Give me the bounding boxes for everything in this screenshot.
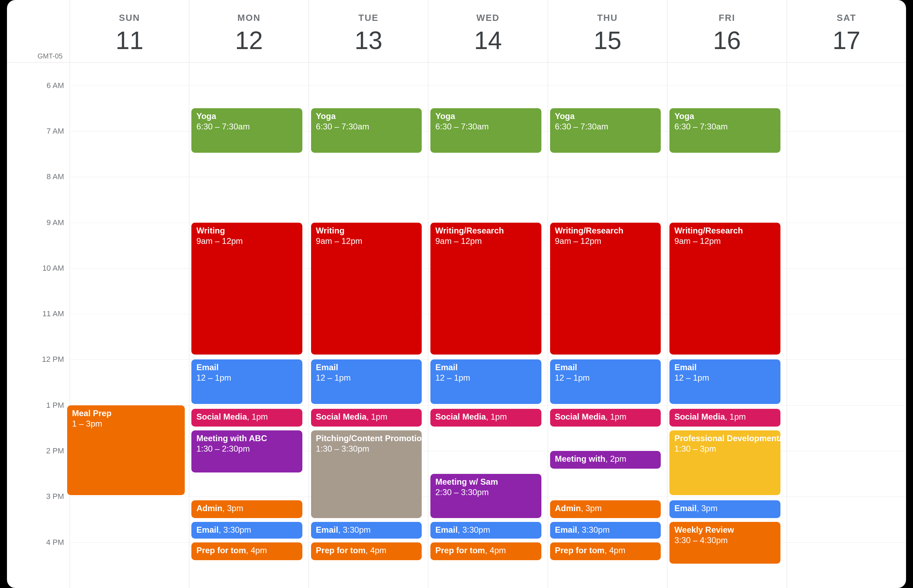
hour-label: 1 PM <box>46 401 64 410</box>
calendar-event[interactable]: Meal Prep1 – 3pm <box>67 405 185 496</box>
day-number[interactable]: 16 <box>667 26 786 55</box>
day-column[interactable] <box>787 63 906 588</box>
calendar-event[interactable]: Yoga6:30 – 7:30am <box>191 108 302 152</box>
calendar-event[interactable]: Writing9am – 12pm <box>191 223 302 355</box>
day-column[interactable]: Yoga6:30 – 7:30amWriting9am – 12pmEmail1… <box>189 63 308 588</box>
hour-gridline <box>667 86 786 86</box>
calendar-event[interactable]: Email12 – 1pm <box>191 359 302 404</box>
hour-gridline <box>667 405 786 406</box>
day-number[interactable]: 15 <box>548 26 667 55</box>
hour-gridline <box>428 405 547 406</box>
calendar-event[interactable]: Meeting with ABC1:30 – 2:30pm <box>191 430 302 472</box>
hour-gridline <box>70 496 189 497</box>
event-time: 2:30 – 3:30pm <box>435 488 488 497</box>
calendar-event[interactable]: Email12 – 1pm <box>550 359 661 404</box>
event-separator: , <box>605 454 610 464</box>
day-number[interactable]: 14 <box>428 26 547 55</box>
calendar-event[interactable]: Writing/Research9am – 12pm <box>669 223 780 355</box>
day-column[interactable]: Yoga6:30 – 7:30amWriting/Research9am – 1… <box>667 63 786 588</box>
event-time: 3:30pm <box>582 525 609 535</box>
day-column[interactable]: Yoga6:30 – 7:30amWriting/Research9am – 1… <box>548 63 667 588</box>
calendar-event[interactable]: Yoga6:30 – 7:30am <box>669 108 780 152</box>
day-header[interactable]: FRI16 <box>667 0 786 63</box>
event-time: 1:30 – 3:30pm <box>316 444 369 453</box>
hour-gridline <box>309 405 428 406</box>
day-column[interactable]: Yoga6:30 – 7:30amWriting/Research9am – 1… <box>428 63 547 588</box>
calendar-event[interactable]: Writing/Research9am – 12pm <box>430 223 541 355</box>
calendar-event[interactable]: Weekly Review3:30 – 4:30pm <box>669 522 780 564</box>
event-time: 3:30pm <box>223 525 251 535</box>
event-time: 1:30 – 2:30pm <box>196 444 249 453</box>
hour-gridline <box>189 405 308 406</box>
day-header[interactable]: MON12 <box>189 0 308 63</box>
calendar-event[interactable]: Email12 – 1pm <box>311 359 422 404</box>
hour-gridline <box>667 177 786 177</box>
calendar-event[interactable]: Social Media, 1pm <box>669 409 780 426</box>
hour-gridline <box>787 359 906 360</box>
hour-gridline <box>787 405 906 406</box>
calendar-event[interactable]: Email, 3pm <box>669 500 780 518</box>
event-time: 1pm <box>371 412 388 422</box>
calendar-event[interactable]: Email12 – 1pm <box>430 359 541 404</box>
calendar-event[interactable]: Prep for tom, 4pm <box>191 543 302 560</box>
day-number[interactable]: 12 <box>189 26 308 55</box>
calendar-event[interactable]: Email12 – 1pm <box>669 359 780 404</box>
event-time: 1pm <box>610 412 626 422</box>
calendar-event[interactable]: Meeting with, 2pm <box>550 451 661 468</box>
calendar-event[interactable]: Social Media, 1pm <box>311 409 422 426</box>
event-title: Meeting with <box>555 454 605 464</box>
day-number[interactable]: 17 <box>787 26 906 55</box>
event-title: Yoga <box>435 111 455 121</box>
hour-label: 4 PM <box>46 538 64 547</box>
calendar-event[interactable]: Social Media, 1pm <box>430 409 541 426</box>
hour-label: 12 PM <box>42 355 64 364</box>
hour-gridline <box>189 496 308 497</box>
day-column[interactable]: Yoga6:30 – 7:30amWriting9am – 12pmEmail1… <box>309 63 428 588</box>
calendar-event[interactable]: Yoga6:30 – 7:30am <box>430 108 541 152</box>
event-title: Yoga <box>196 111 216 121</box>
day-number[interactable]: 13 <box>309 26 428 55</box>
day-header[interactable]: THU15 <box>548 0 667 63</box>
day-header[interactable]: SUN11 <box>69 0 189 63</box>
calendar-event[interactable]: Meeting w/ Sam2:30 – 3:30pm <box>430 474 541 518</box>
hour-gridline <box>548 405 667 406</box>
calendar-event[interactable]: Writing/Research9am – 12pm <box>550 223 661 355</box>
event-title: Pitching/Content Promotion <box>316 433 422 443</box>
hour-gridline <box>787 223 906 223</box>
day-number[interactable]: 11 <box>70 26 189 55</box>
day-header[interactable]: SAT17 <box>787 0 906 63</box>
event-time: 6:30 – 7:30am <box>316 122 369 131</box>
calendar-event[interactable]: Pitching/Content Promotion1:30 – 3:30pm <box>311 430 422 518</box>
calendar-event[interactable]: Email, 3:30pm <box>550 522 661 539</box>
calendar-event[interactable]: Admin, 3pm <box>550 500 661 518</box>
day-column[interactable]: Meal Prep1 – 3pm <box>69 63 189 588</box>
event-separator: , <box>604 546 609 555</box>
calendar-event[interactable]: Prep for tom, 4pm <box>311 543 422 560</box>
calendar-event[interactable]: Email, 3:30pm <box>430 522 541 539</box>
event-time: 4pm <box>370 546 386 555</box>
calendar-event[interactable]: Yoga6:30 – 7:30am <box>311 108 422 152</box>
calendar-event[interactable]: Prep for tom, 4pm <box>430 543 541 560</box>
hour-gridline <box>787 543 906 543</box>
event-time: 12 – 1pm <box>196 373 231 382</box>
calendar-event[interactable]: Writing9am – 12pm <box>311 223 422 355</box>
calendar-event[interactable]: Admin, 3pm <box>191 500 302 518</box>
calendar-event[interactable]: Social Media, 1pm <box>191 409 302 426</box>
calendar-event[interactable]: Email, 3:30pm <box>191 522 302 539</box>
event-separator: , <box>338 525 343 535</box>
day-header[interactable]: WED14 <box>428 0 547 63</box>
calendar-event[interactable]: Prep for tom, 4pm <box>550 543 661 560</box>
event-separator: , <box>366 546 370 555</box>
day-header[interactable]: TUE13 <box>309 0 428 63</box>
event-time: 4pm <box>490 546 506 555</box>
week-grid[interactable]: Meal Prep1 – 3pmYoga6:30 – 7:30amWriting… <box>69 63 906 588</box>
event-title: Email <box>316 363 338 372</box>
calendar-event[interactable]: Social Media, 1pm <box>550 409 661 426</box>
calendar-event[interactable]: Yoga6:30 – 7:30am <box>550 108 661 152</box>
event-title: Email <box>316 525 338 535</box>
event-separator: , <box>577 525 582 535</box>
calendar-event[interactable]: Professional Development/Networking1:30 … <box>669 430 780 495</box>
hour-label: 9 AM <box>47 218 64 227</box>
event-separator: , <box>218 525 223 535</box>
calendar-event[interactable]: Email, 3:30pm <box>311 522 422 539</box>
